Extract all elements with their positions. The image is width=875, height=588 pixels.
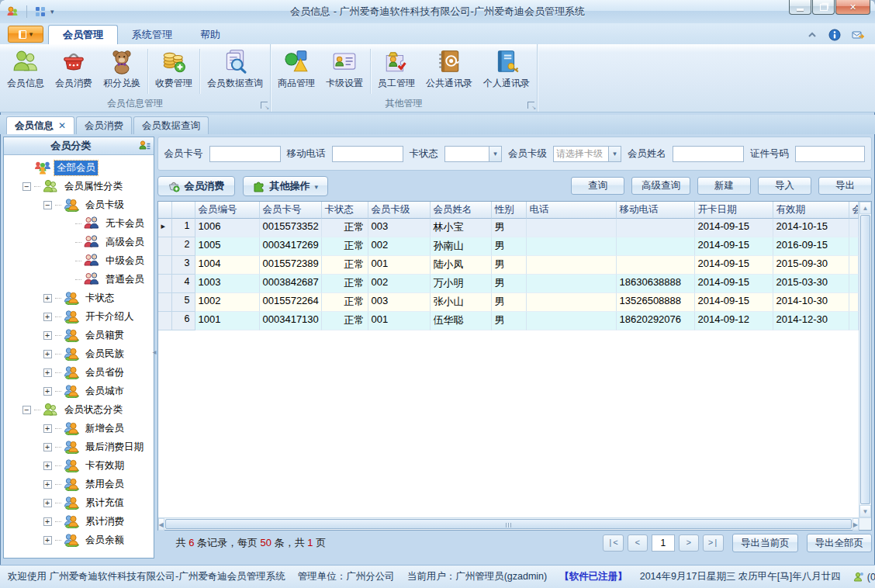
collapse-icon[interactable] <box>22 182 31 191</box>
collapse-icon[interactable] <box>22 406 31 414</box>
expand-icon[interactable] <box>43 350 52 358</box>
page-number-input[interactable] <box>652 534 675 552</box>
app-menu-button[interactable] <box>8 26 43 43</box>
expand-icon[interactable] <box>43 294 52 303</box>
tree-item-member-balance[interactable]: 会员余额 <box>4 531 154 549</box>
close-button[interactable] <box>835 0 870 15</box>
expand-icon[interactable] <box>43 480 52 489</box>
tree-item-senior-member[interactable]: 高级会员 <box>4 233 154 251</box>
tab-close-icon[interactable] <box>58 120 66 131</box>
first-page-button[interactable]: |< <box>603 534 624 552</box>
header-phone[interactable]: 电话 <box>527 202 617 219</box>
expand-icon[interactable] <box>43 499 52 507</box>
points-exchange-button[interactable]: 积分兑换 <box>98 46 146 97</box>
header-card-status[interactable]: 卡状态 <box>322 202 368 219</box>
quick-access-caret-icon[interactable]: ▾ <box>50 8 54 16</box>
card-level-settings-button[interactable]: 卡级设置 <box>320 46 368 97</box>
expand-icon[interactable] <box>43 313 52 321</box>
tree-item-card-status[interactable]: 卡状态 <box>4 289 154 307</box>
header-member-balance[interactable]: 会员 <box>849 202 859 219</box>
header-open-date[interactable]: 开卡日期 <box>695 202 773 219</box>
collapse-ribbon-icon[interactable] <box>807 29 818 40</box>
export-button[interactable]: 导出 <box>818 177 872 195</box>
new-button[interactable]: 新建 <box>697 177 751 195</box>
table-row[interactable]: 210050003417269正常002孙南山男2014-09-152016-0… <box>158 237 859 256</box>
dialog-launcher-icon[interactable] <box>527 102 534 109</box>
card-no-input[interactable] <box>209 146 281 162</box>
tree-item-card-validity[interactable]: 卡有效期 <box>4 456 154 475</box>
header-name[interactable]: 会员姓名 <box>431 202 492 219</box>
scroll-right-icon[interactable] <box>853 518 859 531</box>
expand-icon[interactable] <box>43 536 52 545</box>
table-row[interactable]: 310040015572389正常001陆小凤男2014-09-152015-0… <box>158 256 859 275</box>
title-bar[interactable]: ▾ 会员信息 - 广州爱奇迪软件科技有限公司-广州爱奇迪会员管理系统 <box>0 0 875 23</box>
scroll-up-icon[interactable] <box>859 202 871 214</box>
tree-item-disabled-members[interactable]: 禁用会员 <box>4 475 154 493</box>
expand-icon[interactable] <box>43 462 52 470</box>
expand-icon[interactable] <box>43 424 52 433</box>
tree-item-no-card-member[interactable]: 无卡会员 <box>4 214 154 233</box>
tree-item-attribute-category[interactable]: 会员属性分类 <box>4 177 154 195</box>
export-all-pages-button[interactable]: 导出全部页 <box>807 534 873 552</box>
collapse-icon[interactable] <box>43 201 52 209</box>
expand-icon[interactable] <box>43 331 52 340</box>
product-management-button[interactable]: 商品管理 <box>272 46 320 97</box>
expand-icon[interactable] <box>43 368 52 377</box>
member-consume-action-button[interactable]: 会员消费 <box>157 176 235 196</box>
tab-help[interactable]: 帮助 <box>186 25 234 44</box>
doc-tab-member-data-query[interactable]: 会员数据查询 <box>133 116 209 134</box>
query-button[interactable]: 查询 <box>571 177 624 195</box>
dropdown-arrow-icon[interactable] <box>608 147 621 161</box>
quick-access-layout-icon[interactable] <box>35 6 46 17</box>
card-level-select[interactable]: 请选择卡级 <box>553 146 621 162</box>
tree-item-card-referrer[interactable]: 开卡介绍人 <box>4 307 154 326</box>
next-page-button[interactable]: > <box>679 534 699 552</box>
import-button[interactable]: 导入 <box>758 177 811 195</box>
member-consume-button[interactable]: 会员消费 <box>50 46 98 97</box>
horizontal-scroll-thumb[interactable] <box>165 519 852 529</box>
expand-icon[interactable] <box>43 517 52 526</box>
member-name-input[interactable] <box>673 146 744 162</box>
header-card-no[interactable]: 会员卡号 <box>260 202 322 219</box>
software-registered-link[interactable]: 【软件已注册】 <box>559 570 628 583</box>
last-page-button[interactable]: >| <box>703 534 724 552</box>
id-no-input[interactable] <box>795 146 865 162</box>
staff-management-button[interactable]: 员工管理 <box>372 46 420 97</box>
mobile-input[interactable] <box>332 146 403 162</box>
prev-page-button[interactable]: < <box>628 534 648 552</box>
advanced-query-button[interactable]: 高级查询 <box>631 177 690 195</box>
tree-item-status-category[interactable]: 会员状态分类 <box>4 400 154 419</box>
expand-icon[interactable] <box>43 387 52 396</box>
mail-help-icon[interactable] <box>852 29 864 41</box>
tree-item-normal-member[interactable]: 普通会员 <box>4 270 154 289</box>
category-settings-icon[interactable] <box>138 140 150 152</box>
tree-item-card-level[interactable]: 会员卡级 <box>4 195 154 214</box>
restore-button[interactable] <box>812 0 835 15</box>
tree-item-province[interactable]: 会员省份 <box>4 363 154 382</box>
horizontal-scrollbar[interactable] <box>158 518 859 530</box>
card-status-select[interactable] <box>444 146 502 162</box>
tree-item-new-members[interactable]: 新增会员 <box>4 419 154 438</box>
tree-item-ethnicity[interactable]: 会员民族 <box>4 344 154 363</box>
sidebar-splitter[interactable] <box>154 134 157 565</box>
dropdown-arrow-icon[interactable] <box>489 147 501 161</box>
tab-system-management[interactable]: 系统管理 <box>118 25 186 44</box>
tree-item-last-consume-date[interactable]: 最后消费日期 <box>4 438 154 456</box>
header-valid-until[interactable]: 有效期 <box>773 202 849 219</box>
header-card-level[interactable]: 会员卡级 <box>368 202 431 219</box>
minimize-button[interactable] <box>789 0 811 15</box>
header-mobile[interactable]: 移动电话 <box>617 202 695 219</box>
dialog-launcher-icon[interactable] <box>261 102 268 109</box>
table-row[interactable]: 110060015573352正常003林小宝男2014-09-152014-1… <box>158 219 859 237</box>
tree-item-native-place[interactable]: 会员籍贯 <box>4 326 154 344</box>
scroll-left-icon[interactable] <box>158 518 164 531</box>
table-row[interactable]: 410030003842687正常002万小明男186306388882014-… <box>158 275 859 293</box>
tree-item-city[interactable]: 会员城市 <box>4 382 154 400</box>
tree-item-total-consume[interactable]: 累计消费 <box>4 512 154 531</box>
table-row[interactable]: 510020015572264正常003张小山男135265088882014-… <box>158 293 859 312</box>
fee-management-button[interactable]: 收费管理 <box>150 46 198 97</box>
public-contacts-button[interactable]: 公共通讯录 <box>420 46 478 97</box>
tree-item-middle-member[interactable]: 中级会员 <box>4 251 154 270</box>
tree-item-total-recharge[interactable]: 累计充值 <box>4 493 154 512</box>
header-member-no[interactable]: 会员编号 <box>195 202 260 219</box>
